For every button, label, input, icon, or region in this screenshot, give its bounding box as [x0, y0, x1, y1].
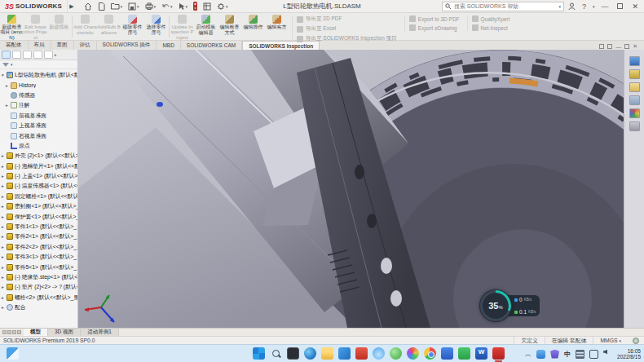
export-2d-pdf-button[interactable]: 导出至 2D PDF — [297, 15, 397, 23]
minimize-button[interactable]: — — [598, 2, 611, 11]
dimxpert-manager-tab[interactable] — [33, 51, 42, 59]
mail-app-icon[interactable] — [338, 347, 351, 360]
file-explorer-taskbar-icon[interactable] — [321, 347, 333, 360]
app-icon-red[interactable] — [355, 347, 368, 360]
tree-item-component[interactable]: ▸保护套<1> (默认<<默认>_显示状 — [0, 211, 77, 221]
new-template-button[interactable]: 新建模板 — [47, 13, 71, 40]
tab-scroll-left-icon[interactable] — [2, 330, 7, 334]
property-manager-tab[interactable] — [12, 51, 21, 59]
app-icon-green-square[interactable] — [458, 347, 470, 360]
tab-menu-icon[interactable] — [17, 330, 21, 334]
tab-layout[interactable]: 布局 — [29, 41, 51, 50]
tab-mbd[interactable]: MBD — [157, 41, 180, 50]
select-balloons-button[interactable]: 选择零件序号 — [144, 13, 168, 40]
print-button[interactable]: ▾ — [143, 2, 158, 11]
tree-item-component[interactable]: ▸零件5<1> (默认<<默认>_显示状态 — [0, 262, 77, 272]
tree-item-component[interactable]: ▸密封圈<1> (默认<<默认>_显示状 — [0, 201, 77, 211]
doc-close-icon[interactable]: ✕ — [633, 43, 637, 50]
panel-tabs-overflow-icon[interactable]: ▸ — [55, 52, 57, 57]
widgets-button[interactable] — [7, 347, 19, 360]
tree-item-history[interactable]: ▸History — [0, 80, 77, 90]
tree-item-component[interactable]: ▸螺栓<2> (默认<<默认>_显示状态 — [0, 293, 77, 302]
save-button[interactable]: ▾ — [126, 2, 141, 11]
remove-balloons-button[interactable]: 移除零件序号 — [121, 13, 144, 40]
chrome-browser-icon[interactable] — [424, 347, 436, 360]
tree-item-component[interactable]: ▸(-) 上盖<1> (默认<<默认>_显示状 — [0, 171, 77, 181]
export-excel-button[interactable]: 导出至 Excel — [297, 25, 397, 33]
3d-views-tab[interactable]: 3D 视图 — [48, 329, 81, 336]
word-app-icon[interactable]: W — [475, 347, 487, 360]
edge-browser-icon[interactable] — [304, 347, 316, 360]
tree-item-component[interactable]: ▸零件1<1> (默认<<默认>_显示状态 — [0, 222, 77, 232]
file-properties-button[interactable] — [201, 2, 213, 11]
solidworks-resources-icon[interactable] — [629, 56, 640, 66]
launch-template-editor-button[interactable]: 启动模板编辑器 — [194, 13, 218, 40]
undo-button[interactable]: ▾ — [160, 2, 174, 11]
onedrive-tray-icon[interactable] — [536, 350, 545, 359]
model-tab[interactable]: 模型 — [24, 329, 48, 336]
design-library-icon[interactable] — [629, 69, 640, 79]
motion-study-tab[interactable]: 运动算例1 — [81, 329, 119, 336]
menu-expand-arrow-icon[interactable]: ▶ — [69, 3, 73, 10]
tree-item-component[interactable]: ▸固定螺栓<1> (默认<<默认>_显示 — [0, 192, 77, 201]
file-explorer-icon[interactable] — [629, 82, 640, 92]
update-inspection-project-button[interactable]: Update Inspection Project — [170, 13, 194, 40]
tab-assembly[interactable]: 装配体 — [0, 41, 29, 50]
cloud-app-icon[interactable] — [373, 347, 385, 360]
tree-item-mates[interactable]: ▸配合 — [0, 302, 77, 312]
tree-item-component[interactable]: ▸(-) 泡棉垫片<1> (默认<<默认>_显 — [0, 161, 77, 171]
ime-mode-icon[interactable] — [576, 350, 584, 359]
help-dropdown-icon[interactable]: ▾ — [593, 4, 595, 9]
tab-addins[interactable]: SOLIDWORKS 插件 — [97, 41, 157, 50]
volume-icon[interactable] — [603, 350, 612, 359]
featuremanager-tree-tab[interactable] — [2, 51, 11, 59]
add-edit-balloons-button[interactable]: Add/Edit Balloons — [97, 13, 121, 40]
tree-item-front-plane[interactable]: 前视基准面 — [0, 111, 77, 121]
tree-item-component[interactable]: ▸(-) 绝缘垫.step<1> (默认<<默认> — [0, 272, 77, 282]
app-icon-color-wheel[interactable] — [407, 347, 419, 360]
options-button[interactable]: ▾ — [215, 2, 230, 11]
edit-operation-button[interactable]: 编辑操作 — [241, 13, 265, 40]
close-button[interactable]: ✕ — [629, 2, 641, 11]
doc-tile-icon[interactable] — [607, 44, 612, 49]
traffic-monitor-widget[interactable]: 35% 0KB/s 0.1KB/s — [479, 289, 540, 322]
tab-solidworks-cam[interactable]: SOLIDWORKS CAM — [181, 41, 242, 50]
edit-measurement-button[interactable]: 编辑实方 — [265, 13, 289, 40]
tree-item-top-plane[interactable]: 上视基准面 — [0, 121, 77, 130]
qualityxpert-button[interactable]: QualityXpert — [472, 15, 510, 22]
tree-item-component[interactable]: ▸零件2<2> (默认<<默认>_显示状态 — [0, 242, 77, 252]
tree-item-right-plane[interactable]: 右视基准面 — [0, 130, 77, 140]
tree-item-origin[interactable]: 原点 — [0, 141, 77, 151]
task-view-icon[interactable] — [287, 347, 299, 360]
new-document-button[interactable] — [96, 2, 107, 11]
doc-minimize-icon[interactable]: — — [615, 44, 621, 50]
tab-split-icon[interactable] — [12, 330, 16, 334]
open-button[interactable]: ▾ — [109, 2, 125, 11]
edit-inspection-method-button[interactable]: 编辑检查方式 — [218, 13, 241, 40]
filter-dropdown-icon[interactable]: ▾ — [11, 62, 13, 67]
doc-restore-icon[interactable] — [624, 44, 629, 49]
tree-item-annotations[interactable]: ▸注解 — [0, 100, 77, 110]
tree-item-sensors[interactable]: 传感器 — [0, 90, 77, 100]
export-sw-inspection-button[interactable]: 导出至 SOLIDWORKS Inspection 项目 — [297, 35, 397, 42]
add-characteristic-button[interactable]: Add Characteristic — [73, 13, 97, 40]
tab-sketch[interactable]: 草图 — [51, 41, 74, 50]
home-button[interactable] — [82, 2, 94, 11]
export-3d-pdf-button[interactable]: Export to 3D PDF — [409, 15, 460, 22]
solidworks-taskbar-icon-active[interactable] — [492, 347, 505, 360]
model-viewport[interactable] — [78, 50, 624, 328]
app-icon-green-circle[interactable] — [390, 347, 402, 360]
ime-language-indicator[interactable]: 中 — [564, 350, 571, 359]
restore-button[interactable] — [615, 2, 625, 11]
app-icon-blue-square[interactable] — [441, 347, 453, 360]
security-shield-icon[interactable] — [550, 350, 559, 359]
filter-icon[interactable] — [2, 63, 9, 67]
display-manager-tab[interactable] — [44, 51, 53, 59]
edit-inspection-project-button[interactable]: Edit Inspection Project — [24, 13, 47, 40]
tab-evaluate[interactable]: 评估 — [74, 41, 97, 50]
select-button[interactable]: ▾ — [177, 2, 190, 11]
taskbar-clock[interactable]: 16:05 2022/8/15 — [617, 348, 641, 360]
appearances-icon[interactable] — [629, 108, 640, 118]
net-inspect-button[interactable]: Net-Inspect — [472, 24, 510, 31]
tree-item-component[interactable]: ▸(-) 垫片 (2)<2> -> ? (默认<<默认> — [0, 282, 77, 292]
